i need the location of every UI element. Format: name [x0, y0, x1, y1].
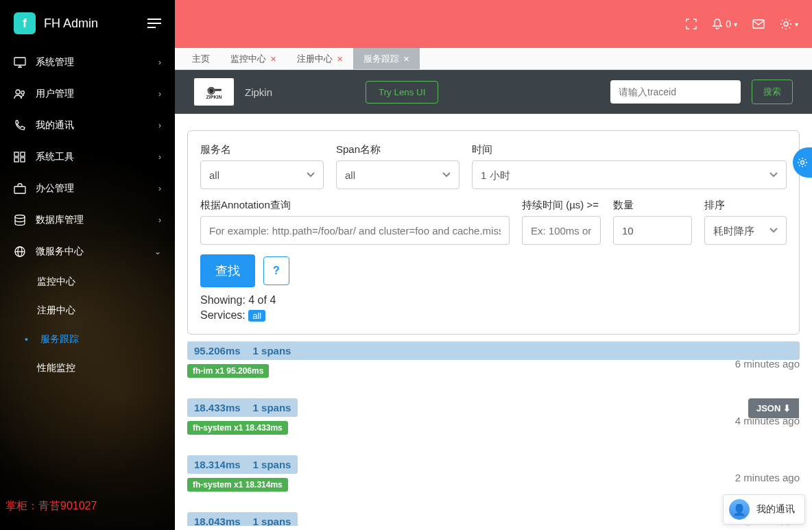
- close-icon[interactable]: ✕: [403, 55, 409, 64]
- submenu-registry[interactable]: 注册中心: [37, 296, 175, 325]
- nav: 系统管理 › 用户管理 › 我的通讯 › 系统工具 › 办公管理 ›: [0, 47, 175, 267]
- trace-spans: 1 spans: [253, 459, 291, 470]
- zipkin-logo[interactable]: ◉━ ZIPKIN: [194, 78, 234, 106]
- chevron-down-icon: ⌄: [154, 247, 161, 256]
- help-button[interactable]: ?: [263, 256, 289, 285]
- bell-count: 0: [726, 19, 731, 29]
- nav-label: 系统工具: [36, 151, 74, 163]
- query-panel: 服务名 all Span名称 all 时间 1 小时 根据Annotation查…: [187, 130, 800, 335]
- nav-item-microservice[interactable]: 微服务中心 ⌄: [0, 236, 175, 267]
- time-select[interactable]: 1 小时: [472, 160, 787, 189]
- limit-label: 数量: [613, 199, 692, 212]
- tab-monitor[interactable]: 监控中心✕: [220, 48, 287, 69]
- submenu: 监控中心 注册中心 服务跟踪 性能监控: [0, 267, 175, 383]
- close-icon[interactable]: ✕: [337, 55, 343, 64]
- trace-spans: 1 spans: [253, 516, 291, 526]
- limit-input[interactable]: [613, 216, 692, 245]
- service-badge[interactable]: fh-system x1 18.433ms: [187, 421, 288, 435]
- services-badge[interactable]: all: [248, 310, 265, 322]
- trace-bar[interactable]: 18.043ms 1 spans: [187, 512, 298, 526]
- assistant-label: 我的通讯: [756, 503, 795, 516]
- tab-home[interactable]: 主页: [182, 48, 220, 69]
- nav-label: 我的通讯: [36, 119, 74, 132]
- tab-trace[interactable]: 服务跟踪✕: [353, 48, 420, 69]
- svg-rect-11: [753, 20, 764, 28]
- sidebar: f FH Admin 系统管理 › 用户管理 › 我的通讯 ›: [0, 0, 175, 530]
- chevron-down-icon: ▾: [734, 21, 737, 28]
- main: 0 ▾ ▾ 主页 监控中心✕ 注册中心✕ 服务跟踪✕ ◉━ ZIPKIN Zip…: [175, 0, 812, 530]
- nav-label: 办公管理: [36, 182, 74, 195]
- sort-select[interactable]: 耗时降序: [704, 216, 787, 245]
- svg-rect-6: [21, 158, 25, 162]
- service-select[interactable]: all: [200, 160, 324, 189]
- logo[interactable]: f FH Admin: [14, 12, 98, 34]
- nav-label: 数据库管理: [36, 214, 84, 226]
- submenu-trace[interactable]: 服务跟踪: [37, 325, 175, 354]
- menu-toggle-icon[interactable]: [147, 19, 161, 28]
- nav-item-users[interactable]: 用户管理 ›: [0, 78, 175, 110]
- chevron-right-icon: ›: [158, 152, 161, 162]
- nav-item-office[interactable]: 办公管理 ›: [0, 173, 175, 204]
- monitor-icon: [14, 57, 26, 68]
- chevron-right-icon: ›: [158, 89, 161, 99]
- service-badge[interactable]: fh-im x1 95.206ms: [187, 364, 269, 378]
- nav-label: 用户管理: [36, 88, 74, 100]
- duration-label: 持续时间 (µs) >=: [522, 199, 601, 212]
- trace-bar[interactable]: 95.206ms 1 spans: [187, 341, 800, 360]
- nav-item-system[interactable]: 系统管理 ›: [0, 47, 175, 78]
- gear-icon[interactable]: ▾: [780, 18, 798, 30]
- trace-row: 95.206ms 1 spans fh-im x1 95.206ms 6 min…: [187, 341, 800, 378]
- trace-time: 2 minutes ago: [735, 472, 800, 483]
- logo-icon: f: [14, 12, 36, 34]
- grid-icon: [14, 152, 26, 162]
- nav-item-contacts[interactable]: 我的通讯 ›: [0, 110, 175, 141]
- trace-spans: 1 spans: [253, 402, 291, 413]
- duration-input[interactable]: [522, 216, 601, 245]
- trace-duration: 18.433ms: [194, 402, 241, 413]
- mail-icon[interactable]: [752, 19, 765, 29]
- users-icon: [14, 88, 26, 99]
- submenu-perf[interactable]: 性能监控: [37, 354, 175, 383]
- services-row: Services: all: [200, 309, 787, 322]
- find-button[interactable]: 查找: [200, 254, 255, 287]
- search-button[interactable]: 搜索: [752, 80, 793, 104]
- zipkin-brand: Zipkin: [245, 86, 272, 98]
- zipkin-header: ◉━ ZIPKIN Zipkin Try Lens UI 搜索: [175, 70, 812, 114]
- database-icon: [14, 215, 26, 226]
- svg-point-13: [801, 161, 804, 165]
- nav-label: 系统管理: [36, 56, 74, 69]
- footer-text: 掌柜：青苔901027: [5, 499, 97, 514]
- submenu-monitor[interactable]: 监控中心: [37, 267, 175, 296]
- nav-item-tools[interactable]: 系统工具 ›: [0, 141, 175, 173]
- fullscreen-icon[interactable]: [686, 19, 697, 29]
- service-badge[interactable]: fh-system x1 18.314ms: [187, 478, 288, 492]
- nav-item-database[interactable]: 数据库管理 ›: [0, 204, 175, 236]
- logo-text: FH Admin: [44, 16, 98, 31]
- close-icon[interactable]: ✕: [270, 55, 276, 64]
- trace-bar[interactable]: 18.433ms 1 spans: [187, 398, 298, 417]
- annotation-input[interactable]: [200, 216, 510, 245]
- nav-label: 微服务中心: [36, 245, 84, 258]
- assistant-button[interactable]: 👤 我的通讯: [723, 494, 805, 525]
- svg-point-12: [784, 22, 788, 26]
- bell-icon[interactable]: 0 ▾: [712, 19, 737, 29]
- span-label: Span名称: [336, 143, 459, 156]
- try-lens-button[interactable]: Try Lens UI: [366, 81, 438, 104]
- svg-point-2: [21, 91, 25, 95]
- span-select[interactable]: all: [336, 160, 459, 189]
- avatar-icon: 👤: [729, 499, 750, 520]
- traceid-input[interactable]: [610, 80, 741, 104]
- globe-icon: [14, 246, 26, 257]
- zipkin-logo-text: ZIPKIN: [206, 95, 222, 99]
- chevron-right-icon: ›: [158, 184, 161, 193]
- trace-bar[interactable]: 18.314ms 1 spans: [187, 455, 298, 474]
- trace-duration: 95.206ms: [194, 345, 241, 357]
- svg-rect-0: [14, 58, 25, 65]
- annotation-label: 根据Annotation查询: [200, 199, 510, 212]
- sort-label: 排序: [704, 199, 787, 212]
- time-label: 时间: [472, 143, 787, 156]
- trace-spans: 1 spans: [253, 345, 291, 357]
- briefcase-icon: [14, 183, 26, 194]
- tab-registry[interactable]: 注册中心✕: [287, 48, 353, 69]
- content: ◉━ ZIPKIN Zipkin Try Lens UI 搜索 服务名 all: [175, 70, 812, 530]
